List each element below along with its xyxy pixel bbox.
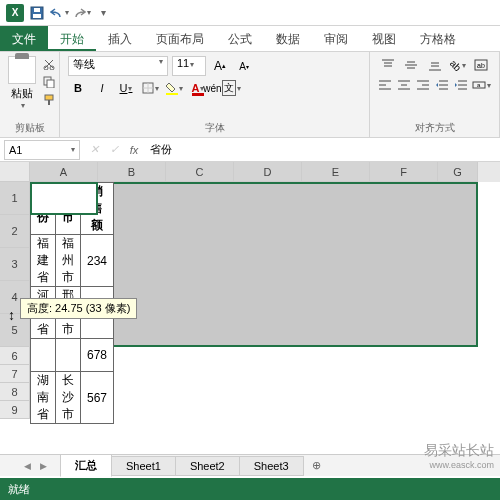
table-cell[interactable]: 湖南省 <box>31 372 56 424</box>
tab-formulas[interactable]: 公式 <box>216 26 264 51</box>
sheet-tab[interactable]: Sheet1 <box>111 456 176 476</box>
format-painter-icon[interactable] <box>40 92 58 108</box>
phonetic-button[interactable]: wén文▾ <box>212 78 232 98</box>
column-headers: ABCDEFG <box>0 162 500 182</box>
ribbon-tabs: 文件 开始 插入 页面布局 公式 数据 审阅 视图 方格格 <box>0 26 500 52</box>
tab-fangge[interactable]: 方格格 <box>408 26 468 51</box>
tab-insert[interactable]: 插入 <box>96 26 144 51</box>
italic-button[interactable]: I <box>92 78 112 98</box>
row-header[interactable]: 8 <box>0 383 30 401</box>
name-box[interactable]: A1▾ <box>4 140 80 160</box>
align-bottom-icon[interactable] <box>425 56 444 74</box>
row-header[interactable]: 3 <box>0 248 30 281</box>
paste-button[interactable]: 粘贴 ▾ <box>8 56 36 110</box>
tab-pagelayout[interactable]: 页面布局 <box>144 26 216 51</box>
tab-view[interactable]: 视图 <box>360 26 408 51</box>
fx-icon[interactable]: fx <box>124 140 144 160</box>
table-cell[interactable]: 福州市 <box>56 235 81 287</box>
undo-icon[interactable]: ▾ <box>48 2 70 24</box>
decrease-indent-icon[interactable] <box>434 76 449 94</box>
paste-label: 粘贴 <box>11 86 33 101</box>
column-header[interactable]: A <box>30 162 98 182</box>
merge-center-icon[interactable]: a▾ <box>472 76 491 94</box>
column-header[interactable]: F <box>370 162 438 182</box>
increase-indent-icon[interactable] <box>453 76 468 94</box>
group-alignment: ab▾ ab a▾ 对齐方式 <box>370 52 500 137</box>
formula-input[interactable] <box>144 140 500 160</box>
row-header[interactable]: 9 <box>0 401 30 419</box>
enter-icon[interactable]: ✓ <box>104 140 124 160</box>
increase-font-icon[interactable]: A▴ <box>210 56 230 76</box>
wrap-text-icon[interactable]: ab <box>472 56 491 74</box>
row-header[interactable]: 2 <box>0 215 30 248</box>
active-cell <box>30 182 98 215</box>
svg-text:ab: ab <box>477 62 485 69</box>
sheet-tab[interactable]: Sheet3 <box>239 456 304 476</box>
underline-button[interactable]: U▾ <box>116 78 136 98</box>
ribbon: 粘贴 ▾ 剪贴板 等线 ▾ 11▾ A▴ A▾ B I U▾ ▾ <box>0 52 500 138</box>
column-header[interactable]: G <box>438 162 478 182</box>
fill-color-button[interactable]: ▾ <box>164 78 184 98</box>
row-header[interactable]: 6 <box>0 347 30 365</box>
sheet-tab-active[interactable]: 汇总 <box>60 454 112 477</box>
tab-home[interactable]: 开始 <box>48 26 96 51</box>
column-header[interactable]: D <box>234 162 302 182</box>
sheet-nav-next-icon[interactable]: ▶ <box>36 459 50 473</box>
table-cell[interactable] <box>31 339 56 372</box>
cut-icon[interactable] <box>40 56 58 72</box>
status-bar: 就绪 <box>0 478 500 500</box>
row-resize-cursor-icon[interactable]: ↕ <box>8 307 15 323</box>
decrease-font-icon[interactable]: A▾ <box>234 56 254 76</box>
app-icon: X <box>4 2 26 24</box>
spreadsheet-grid: ABCDEFG 123456789 省份城市销售额福建省福州市234河北省邢台市… <box>0 162 500 419</box>
align-group-label: 对齐方式 <box>378 119 491 135</box>
font-group-label: 字体 <box>68 119 361 135</box>
svg-rect-2 <box>34 8 40 12</box>
group-clipboard: 粘贴 ▾ 剪贴板 <box>0 52 60 137</box>
svg-rect-13 <box>192 93 204 96</box>
tab-review[interactable]: 审阅 <box>312 26 360 51</box>
column-header[interactable]: B <box>98 162 166 182</box>
orientation-icon[interactable]: ab▾ <box>448 56 467 74</box>
column-header[interactable]: C <box>166 162 234 182</box>
column-header[interactable]: E <box>302 162 370 182</box>
redo-icon[interactable]: ▾ <box>70 2 92 24</box>
svg-rect-8 <box>48 100 50 105</box>
align-right-icon[interactable] <box>416 76 431 94</box>
copy-icon[interactable] <box>40 74 58 90</box>
sheet-tab[interactable]: Sheet2 <box>175 456 240 476</box>
table-cell[interactable]: 678 <box>81 339 114 372</box>
align-left-icon[interactable] <box>378 76 393 94</box>
watermark: 易采站长站 www.easck.com <box>424 442 494 470</box>
qat-customize-icon[interactable]: ▾ <box>92 2 114 24</box>
add-sheet-icon[interactable]: ⊕ <box>307 456 327 476</box>
font-name-select[interactable]: 等线 ▾ <box>68 56 168 76</box>
sheet-nav-prev-icon[interactable]: ◀ <box>20 459 34 473</box>
tab-data[interactable]: 数据 <box>264 26 312 51</box>
row-header[interactable]: 7 <box>0 365 30 383</box>
svg-rect-6 <box>47 80 54 88</box>
table-cell[interactable]: 234 <box>81 235 114 287</box>
cancel-icon[interactable]: ✕ <box>84 140 104 160</box>
save-icon[interactable] <box>26 2 48 24</box>
table-cell[interactable] <box>56 339 81 372</box>
table-cell[interactable]: 福建省 <box>31 235 56 287</box>
font-size-select[interactable]: 11▾ <box>172 56 206 76</box>
select-all-corner[interactable] <box>0 162 30 182</box>
bold-button[interactable]: B <box>68 78 88 98</box>
formula-bar: A1▾ ✕ ✓ fx <box>0 138 500 162</box>
align-top-icon[interactable] <box>378 56 397 74</box>
row-header[interactable]: 1 <box>0 182 30 215</box>
row-height-tooltip: 高度: 24.75 (33 像素) <box>20 298 137 319</box>
svg-rect-7 <box>45 95 53 100</box>
align-center-icon[interactable] <box>397 76 412 94</box>
svg-rect-1 <box>33 14 41 18</box>
clipboard-group-label: 剪贴板 <box>8 119 51 135</box>
table-cell[interactable]: 567 <box>81 372 114 424</box>
table-cell[interactable]: 长沙市 <box>56 372 81 424</box>
tab-file[interactable]: 文件 <box>0 26 48 51</box>
group-font: 等线 ▾ 11▾ A▴ A▾ B I U▾ ▾ ▾ A▾ wén文▾ 字体 <box>60 52 370 137</box>
align-middle-icon[interactable] <box>401 56 420 74</box>
border-button[interactable]: ▾ <box>140 78 160 98</box>
quick-access-toolbar: X ▾ ▾ ▾ <box>0 0 500 26</box>
